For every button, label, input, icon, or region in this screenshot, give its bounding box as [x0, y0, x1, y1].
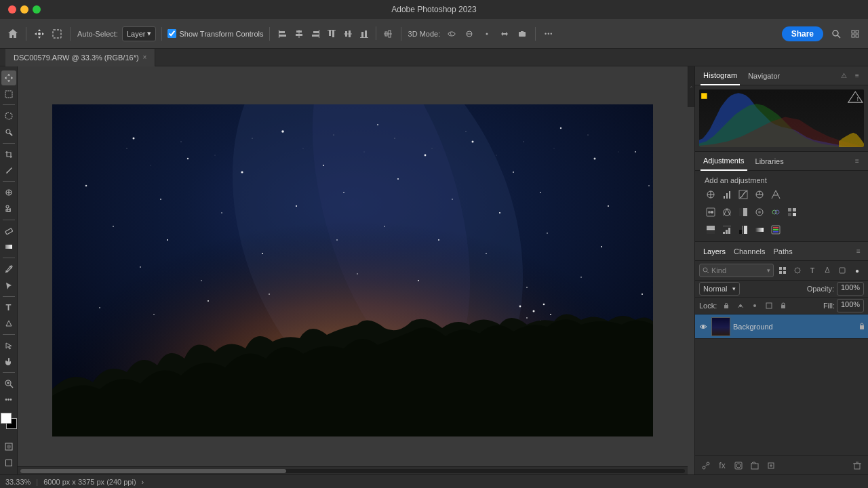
opacity-value[interactable]: 100% — [837, 282, 864, 296]
status-arrow[interactable]: › — [142, 478, 144, 486]
filter-adjustment-icon[interactable] — [791, 264, 804, 277]
layer-dropdown[interactable]: Layer ▾ — [122, 26, 157, 41]
filter-smart-icon[interactable] — [835, 264, 849, 277]
align-center-v-button[interactable] — [340, 26, 355, 41]
quick-mask-button[interactable] — [1, 439, 16, 454]
minimize-button[interactable] — [20, 5, 28, 14]
posterize-icon[interactable] — [719, 222, 734, 237]
tab-channels[interactable]: Channels — [730, 242, 769, 261]
new-layer-button[interactable] — [764, 459, 778, 472]
selective-color-icon[interactable] — [768, 222, 783, 237]
levels-icon[interactable] — [719, 187, 734, 202]
gradient-tool[interactable] — [1, 239, 16, 254]
more-tools-button[interactable]: ••• — [1, 392, 16, 407]
shape-tool[interactable] — [1, 316, 16, 331]
filter-text-icon[interactable]: T — [806, 264, 819, 277]
lock-image-icon[interactable] — [734, 300, 747, 312]
filter-shape-icon[interactable] — [821, 264, 834, 277]
color-lookup-icon[interactable] — [785, 205, 800, 220]
align-left-button[interactable] — [275, 26, 290, 41]
horizontal-scrollbar[interactable] — [18, 466, 688, 474]
crop-tool[interactable] — [1, 147, 16, 162]
threshold-icon[interactable] — [736, 222, 751, 237]
move-tool-button[interactable] — [32, 26, 47, 41]
clone-stamp-tool[interactable] — [1, 201, 16, 216]
layer-visibility-toggle[interactable] — [698, 321, 709, 332]
maximize-button[interactable] — [33, 5, 41, 14]
black-white-icon[interactable] — [736, 205, 751, 220]
document-canvas[interactable] — [52, 104, 653, 436]
3d-orbit-icon[interactable] — [462, 26, 477, 41]
3d-camera-icon[interactable] — [515, 26, 530, 41]
histogram-warning-icon[interactable]: ⚠ — [838, 70, 849, 81]
tab-navigator[interactable]: Navigator — [745, 66, 783, 85]
align-bottom-button[interactable] — [357, 26, 372, 41]
eraser-tool[interactable] — [1, 224, 16, 239]
pen-tool[interactable] — [1, 262, 16, 277]
path-selection-tool[interactable] — [1, 278, 16, 293]
text-tool[interactable]: T — [1, 300, 16, 315]
filter-pixel-icon[interactable] — [776, 264, 789, 277]
lasso-tool[interactable] — [1, 108, 16, 123]
rectangular-marquee-tool[interactable] — [1, 87, 16, 102]
blend-mode-dropdown[interactable]: Normal ▾ — [699, 282, 740, 296]
gradient-map-icon[interactable] — [752, 222, 767, 237]
align-right-button[interactable] — [308, 26, 323, 41]
tab-adjustments[interactable]: Adjustments — [701, 152, 747, 171]
home-icon[interactable] — [5, 26, 20, 41]
lock-transparency-icon[interactable] — [720, 300, 732, 312]
3d-rotate-icon[interactable] — [444, 26, 459, 41]
channel-mixer-icon[interactable] — [768, 205, 783, 220]
tab-layers[interactable]: Layers — [699, 242, 730, 261]
screen-mode-button[interactable] — [1, 455, 16, 470]
hue-sat-icon[interactable] — [703, 205, 718, 220]
adjustments-menu-icon[interactable]: ≡ — [852, 156, 863, 167]
layers-menu-icon[interactable]: ≡ — [853, 246, 864, 257]
transform-controls-checkbox[interactable]: Show Transform Controls — [167, 29, 263, 38]
invert-icon[interactable] — [703, 222, 718, 237]
tab-close-button[interactable]: × — [143, 54, 147, 61]
zoom-tool[interactable] — [1, 376, 16, 391]
close-button[interactable] — [8, 5, 16, 14]
3d-pan-icon[interactable] — [479, 26, 494, 41]
align-top-button[interactable] — [324, 26, 339, 41]
align-center-h-button[interactable] — [292, 26, 307, 41]
foreground-color[interactable] — [1, 413, 12, 424]
lock-position-icon[interactable] — [749, 300, 761, 312]
move-tool-left[interactable] — [1, 70, 16, 85]
tab-libraries[interactable]: Libraries — [753, 152, 787, 171]
color-balance-icon[interactable] — [719, 205, 734, 220]
3d-slide-icon[interactable] — [497, 26, 512, 41]
healing-brush-tool[interactable] — [1, 185, 16, 200]
new-group-button[interactable] — [748, 459, 762, 472]
distribute-h-button[interactable] — [380, 26, 395, 41]
delete-layer-button[interactable] — [850, 459, 864, 472]
vibrance-icon[interactable] — [768, 187, 783, 202]
background-layer-item[interactable]: Background — [695, 314, 868, 339]
share-button[interactable]: Share — [782, 26, 823, 41]
histogram-menu-icon[interactable]: ≡ — [852, 70, 863, 81]
direct-selection-tool[interactable] — [1, 338, 16, 353]
scrollbar-thumb[interactable] — [20, 469, 286, 473]
curves-icon[interactable] — [736, 187, 751, 202]
add-mask-button[interactable] — [732, 459, 745, 472]
fill-value[interactable]: 100% — [837, 299, 864, 312]
document-tab[interactable]: DSC00579.ARW @ 33.3% (RGB/16*) × — [5, 49, 155, 66]
tab-paths[interactable]: Paths — [770, 242, 797, 261]
exposure-icon[interactable] — [752, 187, 767, 202]
link-layers-button[interactable] — [699, 459, 713, 472]
layers-kind-filter[interactable]: Kind ▾ — [699, 264, 774, 277]
eyedropper-tool[interactable] — [1, 163, 16, 178]
brightness-contrast-icon[interactable] — [703, 187, 718, 202]
filter-toggle-icon[interactable]: ● — [850, 264, 864, 277]
more-options-button[interactable]: ••• — [541, 26, 556, 41]
search-icon[interactable] — [829, 26, 844, 41]
lock-artboard-icon[interactable] — [763, 300, 775, 312]
tab-histogram[interactable]: Histogram — [701, 66, 740, 85]
magic-wand-tool[interactable] — [1, 125, 16, 140]
add-fx-button[interactable]: fx — [715, 459, 729, 472]
panel-collapse-handle[interactable]: ‹ — [688, 66, 694, 107]
workspaces-icon[interactable] — [848, 26, 863, 41]
select-tool-button[interactable] — [50, 26, 64, 41]
lock-all-icon[interactable] — [777, 300, 789, 312]
